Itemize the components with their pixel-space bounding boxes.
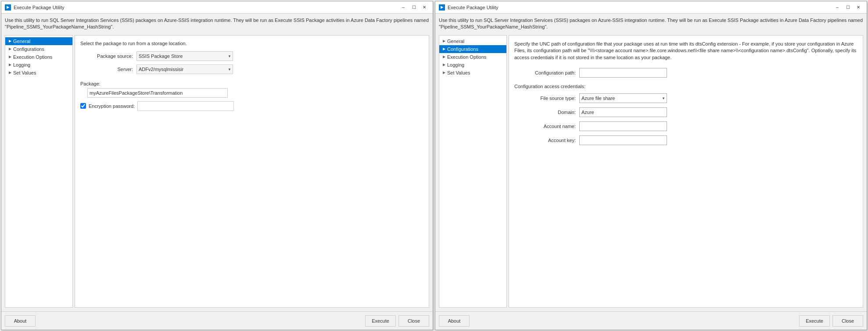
app-icon: ▶ bbox=[5, 4, 11, 11]
server-select[interactable]: ADFv2/mysqlmissisir bbox=[136, 64, 233, 74]
execute-button-left[interactable]: Execute bbox=[365, 315, 396, 327]
nav-label-configurations-left: Configurations bbox=[13, 46, 44, 52]
nav-arrow-set-values-left: ▶ bbox=[9, 71, 11, 75]
close-button-right[interactable]: ✕ bbox=[854, 4, 863, 11]
config-path-label: Configuration path: bbox=[514, 70, 576, 75]
nav-item-configurations-right[interactable]: ▶ Configurations bbox=[439, 45, 506, 53]
nav-label-set-values-left: Set Values bbox=[13, 70, 36, 75]
encryption-row: Encryption password: bbox=[80, 101, 423, 111]
window-title-left: Execute Package Utility bbox=[14, 5, 65, 10]
package-source-select[interactable]: SSIS Package Store bbox=[136, 51, 233, 61]
about-button-right[interactable]: About bbox=[439, 315, 470, 327]
content-panel-right: Specify the UNC path of configuration fi… bbox=[509, 35, 863, 308]
select-location-text: Select the package to run from a storage… bbox=[80, 41, 423, 46]
nav-label-logging-left: Logging bbox=[13, 62, 30, 68]
config-path-row: Configuration path: bbox=[514, 68, 857, 78]
main-area-right: ▶ General ▶ Configurations ▶ Execution O… bbox=[439, 35, 863, 308]
account-key-label: Account key: bbox=[514, 138, 576, 143]
account-key-input[interactable] bbox=[579, 135, 667, 145]
config-path-input[interactable] bbox=[579, 68, 667, 78]
nav-arrow-configurations-right: ▶ bbox=[443, 47, 445, 51]
package-source-select-wrapper: SSIS Package Store ▼ bbox=[136, 51, 233, 61]
package-input[interactable] bbox=[87, 88, 228, 98]
nav-panel-left: ▶ General ▶ Configurations ▶ Execution O… bbox=[5, 35, 73, 308]
nav-item-logging-left[interactable]: ▶ Logging bbox=[5, 61, 72, 69]
info-text-right: Specify the UNC path of configuration fi… bbox=[514, 41, 857, 61]
nav-arrow-general-left: ▶ bbox=[9, 39, 11, 43]
domain-label: Domain: bbox=[514, 110, 576, 115]
nav-item-configurations-left[interactable]: ▶ Configurations bbox=[5, 45, 72, 53]
execute-button-right[interactable]: Execute bbox=[799, 315, 830, 327]
content-panel-left: Select the package to run from a storage… bbox=[75, 35, 429, 308]
close-button-left[interactable]: ✕ bbox=[420, 4, 429, 11]
file-source-type-select[interactable]: Azure file share Local file system FTP H… bbox=[579, 93, 667, 103]
nav-label-general-left: General bbox=[13, 39, 30, 44]
footer-right-right: Execute Close bbox=[799, 315, 863, 327]
description-text-right: Use this utility to run SQL Server Integ… bbox=[439, 17, 863, 31]
account-name-label: Account name: bbox=[514, 124, 576, 129]
window-right: ▶ Execute Package Utility – ☐ ✕ Use this… bbox=[435, 1, 867, 330]
nav-item-execution-options-right[interactable]: ▶ Execution Options bbox=[439, 53, 506, 61]
encryption-label: Encryption password: bbox=[89, 103, 135, 109]
config-form: Configuration path: Configuration access… bbox=[514, 68, 857, 145]
nav-label-execution-left: Execution Options bbox=[13, 54, 52, 60]
main-area-left: ▶ General ▶ Configurations ▶ Execution O… bbox=[5, 35, 429, 308]
maximize-button-right[interactable]: ☐ bbox=[843, 4, 853, 11]
nav-arrow-logging-right: ▶ bbox=[443, 63, 445, 67]
nav-label-set-values-right: Set Values bbox=[447, 70, 470, 75]
nav-arrow-execution-left: ▶ bbox=[9, 55, 11, 59]
title-bar-right-content: ▶ Execute Package Utility bbox=[439, 4, 499, 11]
title-bar-right: ▶ Execute Package Utility – ☐ ✕ bbox=[435, 1, 867, 14]
nav-item-set-values-left[interactable]: ▶ Set Values bbox=[5, 69, 72, 77]
nav-label-execution-right: Execution Options bbox=[447, 54, 486, 60]
server-row: Server: ADFv2/mysqlmissisir ▼ bbox=[80, 64, 423, 74]
footer-right-left: Execute Close bbox=[365, 315, 429, 327]
server-label: Server: bbox=[80, 67, 133, 72]
nav-label-configurations-right: Configurations bbox=[447, 46, 478, 52]
nav-arrow-execution-right: ▶ bbox=[443, 55, 445, 59]
nav-arrow-set-values-right: ▶ bbox=[443, 71, 445, 75]
close-button-footer-right[interactable]: Close bbox=[832, 315, 863, 327]
nav-label-logging-right: Logging bbox=[447, 62, 464, 68]
nav-item-general-left[interactable]: ▶ General bbox=[5, 37, 72, 45]
app-icon-right: ▶ bbox=[439, 4, 445, 11]
domain-input[interactable] bbox=[579, 107, 667, 117]
nav-arrow-configurations-left: ▶ bbox=[9, 47, 11, 51]
nav-panel-right: ▶ General ▶ Configurations ▶ Execution O… bbox=[439, 35, 507, 308]
nav-arrow-logging-left: ▶ bbox=[9, 63, 11, 67]
minimize-button-right[interactable]: – bbox=[832, 4, 842, 11]
file-source-type-label: File source type: bbox=[514, 96, 576, 101]
nav-item-execution-options-left[interactable]: ▶ Execution Options bbox=[5, 53, 72, 61]
close-button-footer-left[interactable]: Close bbox=[398, 315, 429, 327]
file-source-type-row: File source type: Azure file share Local… bbox=[514, 93, 857, 103]
encryption-checkbox[interactable] bbox=[80, 103, 86, 109]
window-title-right: Execute Package Utility bbox=[448, 5, 499, 10]
footer-left: About Execute Close bbox=[1, 311, 433, 330]
account-key-row: Account key: bbox=[514, 135, 857, 145]
package-section: Package: bbox=[80, 81, 423, 98]
nav-item-general-right[interactable]: ▶ General bbox=[439, 37, 506, 45]
maximize-button-left[interactable]: ☐ bbox=[409, 4, 419, 11]
account-name-input[interactable] bbox=[579, 121, 667, 131]
package-label: Package: bbox=[80, 81, 423, 86]
about-button-left[interactable]: About bbox=[5, 315, 36, 327]
account-name-row: Account name: bbox=[514, 121, 857, 131]
nav-label-general-right: General bbox=[447, 39, 464, 44]
minimize-button-left[interactable]: – bbox=[398, 4, 408, 11]
window-left: ▶ Execute Package Utility – ☐ ✕ Use this… bbox=[1, 1, 433, 330]
nav-arrow-general-right: ▶ bbox=[443, 39, 445, 43]
footer-right: About Execute Close bbox=[435, 311, 867, 330]
package-source-label: Package source: bbox=[80, 53, 133, 59]
file-source-type-select-wrapper: Azure file share Local file system FTP H… bbox=[579, 93, 667, 103]
window-content-left: Use this utility to run SQL Server Integ… bbox=[1, 14, 433, 311]
window-controls-right: – ☐ ✕ bbox=[832, 4, 863, 11]
title-bar-left-content: ▶ Execute Package Utility bbox=[5, 4, 65, 11]
description-text-left: Use this utility to run SQL Server Integ… bbox=[5, 17, 429, 31]
nav-item-set-values-right[interactable]: ▶ Set Values bbox=[439, 69, 506, 77]
title-bar-left: ▶ Execute Package Utility – ☐ ✕ bbox=[1, 1, 433, 14]
nav-item-logging-right[interactable]: ▶ Logging bbox=[439, 61, 506, 69]
server-select-wrapper: ADFv2/mysqlmissisir ▼ bbox=[136, 64, 233, 74]
encryption-password-input[interactable] bbox=[137, 101, 234, 111]
domain-row: Domain: bbox=[514, 107, 857, 117]
window-content-right: Use this utility to run SQL Server Integ… bbox=[435, 14, 867, 311]
